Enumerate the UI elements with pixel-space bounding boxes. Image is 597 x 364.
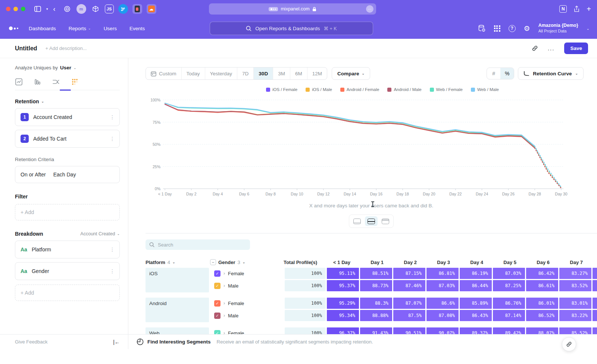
retention-value-cell[interactable]: 86.61%	[526, 280, 558, 291]
analyze-value-dropdown[interactable]: User	[60, 65, 71, 70]
gender-column-header[interactable]: –Gender3⌄	[210, 259, 279, 265]
table-viewport[interactable]: Platform4⌄–Gender3⌄Total Profile(s)< 1 D…	[146, 257, 597, 334]
back-icon[interactable]: ‹	[53, 5, 56, 13]
address-bar[interactable]: mixpanel.com ⋯	[209, 3, 376, 15]
gender-checkbox[interactable]: ✓	[214, 270, 221, 277]
legend-item[interactable]: Web / Female	[430, 87, 463, 92]
js-icon[interactable]: JS	[105, 4, 114, 13]
gender-cell[interactable]: ✓›Male	[214, 310, 284, 321]
help-icon[interactable]: ?	[509, 25, 516, 32]
retention-value-cell[interactable]: 88.51%	[360, 268, 392, 279]
tab-retention[interactable]	[71, 78, 78, 85]
tab-overview-chevron-icon[interactable]: ▾	[46, 7, 48, 11]
compare-button[interactable]: Compare ⌄	[332, 67, 370, 80]
retention-value-cell[interactable]: 87.07%	[393, 298, 425, 309]
apps-grid-icon[interactable]	[494, 25, 500, 32]
cloud-icon[interactable]: ☁	[147, 4, 156, 14]
retention-value-cell[interactable]: 95.11%	[327, 268, 359, 279]
retention-value-cell[interactable]: 90.51%	[393, 327, 425, 334]
tab-insights[interactable]	[15, 78, 22, 85]
legend-item[interactable]: iOS / Female	[266, 87, 297, 92]
retention-value-cell[interactable]: 88.73%	[360, 280, 392, 291]
settings-gear-icon[interactable]: ⚙	[524, 24, 530, 33]
chart-only-view-button[interactable]	[351, 216, 363, 226]
retention-step-card-2[interactable]: 2Added To Cart⋮	[15, 130, 120, 148]
retention-value-cell[interactable]: 87.5%	[393, 310, 425, 321]
segments-title[interactable]: Find Interesting Segments	[147, 339, 211, 345]
gender-cell[interactable]: ✓›Male	[214, 280, 284, 291]
retention-value-cell[interactable]: 89.37%	[460, 327, 492, 334]
expand-chevron-icon[interactable]: ›	[224, 271, 225, 276]
gender-cell[interactable]: ✓›Female	[214, 327, 284, 334]
legend-item[interactable]: iOS / Male	[306, 87, 332, 92]
new-tab-icon[interactable]: +	[587, 5, 591, 13]
gender-checkbox[interactable]: ✓	[214, 313, 221, 319]
retention-value-cell[interactable]: 87.14%	[493, 310, 525, 321]
retention-value-cell[interactable]: 86.01%	[526, 298, 558, 309]
range-7d[interactable]: 7D	[237, 68, 253, 79]
nav-item-dashboards[interactable]: Dashboards	[29, 26, 56, 31]
retention-value-cell[interactable]: 91.43%	[360, 327, 392, 334]
day-column-header[interactable]: Day 4	[456, 260, 488, 265]
legend-item[interactable]: Android / Female	[340, 87, 379, 92]
bird-icon[interactable]: 🕊	[118, 4, 128, 14]
step-kebab-icon[interactable]: ⋮	[110, 136, 115, 142]
legend-item[interactable]: Android / Male	[387, 87, 421, 92]
retention-value-cell[interactable]: 83.52%	[559, 280, 591, 291]
table-search-input[interactable]: Search	[146, 239, 250, 250]
breakdown-add-button[interactable]: + Add	[15, 285, 120, 301]
retention-value-cell[interactable]: 83.01%	[559, 298, 591, 309]
retention-value-cell[interactable]: 85.89%	[460, 298, 492, 309]
retention-value-cell[interactable]: 85.52%	[559, 327, 591, 334]
retention-value-cell[interactable]: 95.37%	[327, 280, 359, 291]
retention-value-cell[interactable]: 95.34%	[327, 310, 359, 321]
retention-value-cell[interactable]: 88.88%	[360, 310, 392, 321]
nav-item-events[interactable]: Events	[129, 26, 145, 31]
retention-value-cell[interactable]: 83.27%	[559, 268, 591, 279]
range-3m[interactable]: 3M	[273, 68, 290, 79]
step-kebab-icon[interactable]: ⋮	[110, 114, 115, 120]
password-icon[interactable]	[132, 4, 142, 14]
day-column-header[interactable]: Day 6	[522, 260, 554, 265]
share-link-fab[interactable]	[562, 337, 576, 351]
range-6m[interactable]: 6M	[290, 68, 307, 79]
traffic-close-button[interactable]	[6, 7, 10, 11]
tab-flows[interactable]	[52, 78, 60, 85]
range-12m[interactable]: 12M	[307, 68, 327, 79]
total-profiles-header[interactable]: Total Profile(s)	[281, 260, 322, 265]
retention-value-cell[interactable]: 88.07%	[526, 327, 558, 334]
report-description-placeholder[interactable]: + Add description...	[46, 46, 87, 51]
breakdown-card-platform[interactable]: AaPlatform⋮	[15, 241, 120, 258]
cube-icon[interactable]	[91, 4, 100, 14]
gender-cell[interactable]: ✓›Female	[214, 268, 284, 279]
gender-checkbox[interactable]: ✓	[214, 330, 221, 335]
retention-value-cell[interactable]: 87.15%	[393, 268, 425, 279]
retention-value-cell[interactable]: 86.19%	[460, 268, 492, 279]
day-column-header[interactable]: Day 3	[422, 260, 454, 265]
retention-value-cell[interactable]: 86.81%	[426, 268, 459, 279]
target-icon[interactable]	[62, 4, 72, 14]
range-custom[interactable]: Custom	[146, 68, 181, 79]
day-column-header[interactable]: < 1 Day	[323, 260, 355, 265]
percent-format-button[interactable]: %	[500, 68, 514, 79]
retention-value-cell[interactable]: 86.42%	[526, 268, 558, 279]
retention-value-cell[interactable]: 86.44%	[460, 280, 492, 291]
collapse-sidebar-icon[interactable]: |←	[113, 339, 120, 345]
expand-chevron-icon[interactable]: ›	[224, 313, 225, 318]
retention-value-cell[interactable]: 86.43%	[460, 310, 492, 321]
day-column-header[interactable]: Day 1	[356, 260, 388, 265]
day-column-header[interactable]: Day 7	[555, 260, 587, 265]
expand-chevron-icon[interactable]: ›	[224, 283, 225, 288]
table-only-view-button[interactable]	[379, 216, 392, 226]
retention-value-cell[interactable]: 87.08%	[426, 310, 459, 321]
day-column-header[interactable]: Day 2	[389, 260, 421, 265]
retention-criteria-card[interactable]: On or After Each Day	[15, 166, 120, 183]
sidebar-toggle-icon[interactable]	[34, 6, 41, 12]
copy-link-icon[interactable]	[532, 45, 538, 51]
mixpanel-logo-icon[interactable]	[9, 26, 18, 30]
retention-value-cell[interactable]: 87.25%	[493, 280, 525, 291]
retention-value-cell[interactable]: 89.42%	[493, 327, 525, 334]
range-30d[interactable]: 30D	[253, 68, 273, 79]
extensions-more-icon[interactable]: ⋯	[366, 5, 373, 13]
criteria-each-day[interactable]: Each Day	[53, 172, 76, 178]
